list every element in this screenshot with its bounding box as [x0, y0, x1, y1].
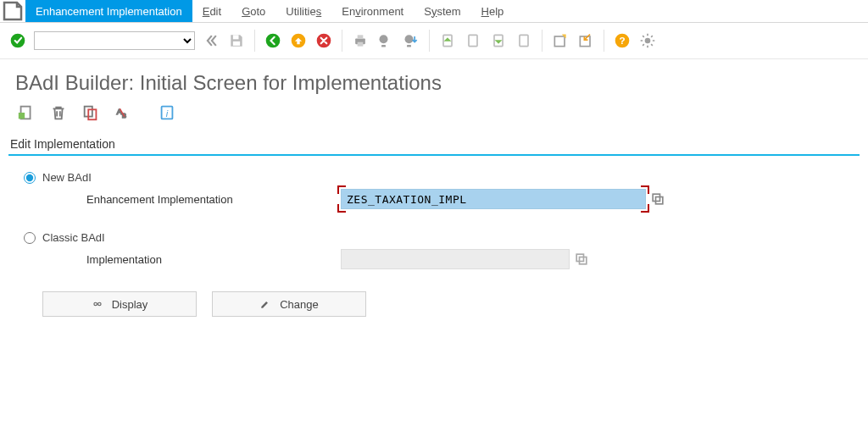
next-page-icon[interactable]	[487, 30, 509, 52]
find-next-icon[interactable]	[400, 30, 422, 52]
menu-environment[interactable]: Environment	[331, 0, 414, 22]
copy-icon[interactable]	[81, 103, 100, 122]
svg-rect-12	[469, 35, 477, 46]
menu-enhancement-implementation[interactable]: Enhancement Implementation	[25, 0, 192, 22]
display-button[interactable]: Display	[42, 291, 197, 317]
menu-edit[interactable]: Edit	[192, 0, 231, 22]
radio-classic-badi-label: Classic BAdI	[42, 231, 105, 244]
print-icon[interactable]	[349, 30, 371, 52]
exit-icon[interactable]	[287, 30, 309, 52]
prev-page-icon[interactable]	[462, 30, 484, 52]
button-row: Display Change	[42, 291, 844, 317]
pencil-icon	[259, 298, 271, 310]
help-icon[interactable]: ?	[611, 30, 633, 52]
change-button[interactable]: Change	[212, 291, 366, 317]
svg-rect-29	[656, 197, 663, 204]
impl-f4-icon[interactable]	[573, 251, 590, 268]
system-toolbar: ?	[0, 23, 868, 59]
edit-implementation-form: New BAdI Enhancement Implementation Clas…	[0, 171, 868, 317]
svg-rect-2	[233, 41, 240, 46]
svg-point-33	[97, 302, 101, 306]
svg-rect-1	[233, 35, 239, 39]
impl-field-wrap	[341, 249, 570, 269]
enter-icon[interactable]	[7, 30, 29, 52]
impl-input	[341, 249, 570, 269]
display-button-label: Display	[112, 298, 148, 311]
last-page-icon[interactable]	[513, 30, 535, 52]
menu-system[interactable]: System	[414, 0, 470, 22]
back-icon[interactable]	[262, 30, 284, 52]
radio-new-badi-label: New BAdI	[42, 171, 92, 184]
radio-classic-badi[interactable]	[24, 232, 36, 244]
svg-text:?: ?	[619, 35, 625, 46]
svg-rect-28	[653, 194, 659, 201]
menu-help[interactable]: Help	[471, 0, 515, 22]
find-icon[interactable]	[375, 30, 397, 52]
svg-rect-9	[381, 45, 386, 47]
menu-goto[interactable]: Goto	[231, 0, 275, 22]
svg-text:i: i	[166, 108, 169, 119]
change-button-label: Change	[280, 298, 319, 311]
shortcut-icon[interactable]	[575, 30, 597, 52]
delete-icon[interactable]	[49, 103, 68, 122]
option-classic-badi[interactable]: Classic BAdI	[24, 231, 844, 244]
menu-utilities[interactable]: Utilities	[275, 0, 331, 22]
svg-point-3	[266, 34, 281, 48]
glasses-icon	[92, 298, 103, 310]
impl-label: Implementation	[86, 253, 341, 266]
svg-point-32	[94, 302, 97, 306]
svg-rect-15	[554, 36, 565, 47]
svg-rect-14	[520, 35, 528, 46]
section-title: Edit Implementation	[0, 132, 868, 154]
first-page-icon[interactable]	[437, 30, 459, 52]
enh-impl-field-wrap	[341, 189, 646, 209]
save-icon[interactable]	[225, 30, 248, 52]
collapse-cmd-icon[interactable]	[200, 30, 222, 52]
svg-rect-8	[358, 42, 364, 47]
cancel-icon[interactable]	[313, 30, 335, 52]
info-icon[interactable]: i	[158, 103, 176, 122]
sap-window-icon[interactable]	[0, 0, 25, 22]
rename-icon[interactable]: A B	[114, 103, 132, 122]
option-new-badi[interactable]: New BAdI	[24, 171, 844, 184]
svg-point-19	[645, 38, 651, 44]
app-toolbar: A B i	[0, 100, 868, 132]
new-session-icon[interactable]	[549, 30, 571, 52]
enh-impl-input[interactable]	[341, 189, 646, 209]
menu-bar: Enhancement Implementation Edit Goto Uti…	[0, 0, 868, 23]
page-title: BAdI Builder: Initial Screen for Impleme…	[0, 59, 868, 100]
svg-rect-21	[19, 113, 25, 119]
customize-layout-icon[interactable]	[637, 30, 659, 52]
command-field[interactable]	[34, 31, 195, 50]
enh-impl-label: Enhancement Implementation	[86, 193, 341, 206]
create-icon[interactable]	[17, 103, 36, 122]
section-rule	[8, 154, 860, 156]
enh-impl-f4-icon[interactable]	[649, 191, 666, 207]
svg-rect-7	[358, 35, 364, 38]
svg-rect-10	[407, 45, 411, 47]
radio-new-badi[interactable]	[24, 172, 36, 184]
